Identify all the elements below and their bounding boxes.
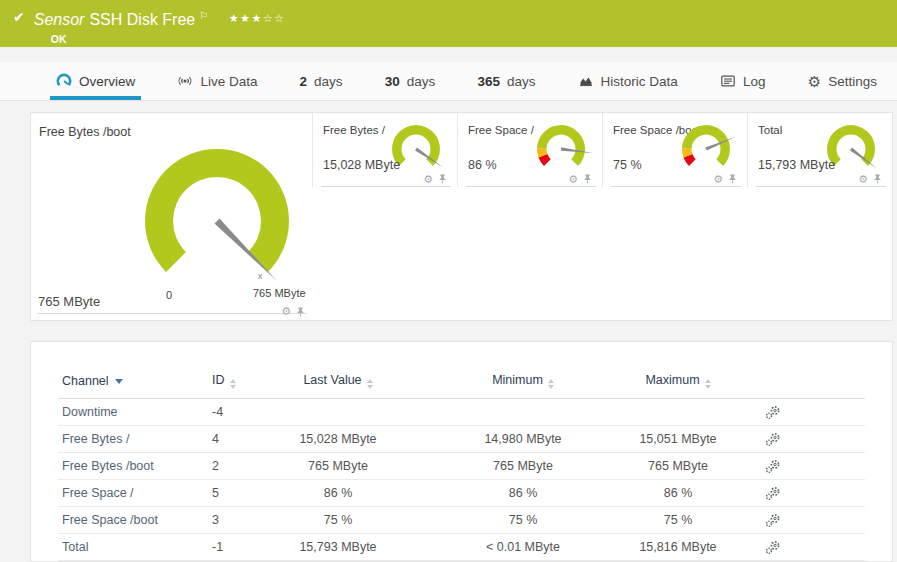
gauge-value: 15,028 MByte [323, 158, 400, 172]
channel-minimum: 14,980 MByte [413, 426, 633, 453]
channels-panel: Channel ID Last Value Minimum Maximum Do… [30, 341, 893, 562]
stars-filled[interactable]: ★★★ [229, 12, 263, 24]
channel-maximum: 765 MByte [633, 453, 723, 480]
gauge-icon [56, 73, 72, 89]
column-header-settings [723, 367, 823, 399]
channel-gear-icon[interactable]: ⚙ [713, 174, 723, 185]
channel-last-value: 15,028 MByte [263, 426, 413, 453]
row-spacer [823, 426, 865, 453]
priority-flag-icon[interactable]: ⚐ [199, 10, 208, 21]
sensor-header: ✔ SensorSSH Disk Free⚐ ★★★☆☆ OK [0, 0, 897, 47]
row-spacer [823, 480, 865, 507]
column-header-last-value[interactable]: Last Value [263, 367, 413, 399]
channel-name: Free Space /boot [58, 507, 208, 534]
channel-maximum: 75 % [633, 507, 723, 534]
table-row: Free Space / 5 86 % 86 % 86 % [58, 480, 865, 507]
tab-overview[interactable]: Overview [50, 62, 141, 100]
gauge-footer-icons: ⚙ [713, 173, 738, 185]
channel-name: Total [58, 534, 208, 561]
gauge-title: Free Bytes / [323, 124, 385, 136]
channel-settings-icon[interactable] [765, 459, 782, 474]
channel-name: Free Bytes /boot [58, 453, 208, 480]
channel-last-value [263, 399, 413, 426]
row-spacer [823, 534, 865, 561]
row-spacer [823, 399, 865, 426]
channel-last-value: 75 % [263, 507, 413, 534]
tab-bar: Overview Live Data 2 days 30 days 365 da… [0, 62, 897, 101]
tab-365-days[interactable]: 365 days [471, 62, 541, 100]
tab-2-days[interactable]: 2 days [294, 62, 349, 100]
tab-settings[interactable]: ⚙ Settings [802, 62, 883, 100]
pin-icon[interactable] [437, 173, 448, 185]
channel-settings-icon[interactable] [765, 486, 782, 501]
gauge-footer-icons: ⚙ [423, 173, 448, 185]
pin-icon[interactable] [295, 306, 306, 318]
column-header-id[interactable]: ID [208, 367, 263, 399]
mini-gauge-section-free-space-boot: Free Space /boot 75 % ⚙ [602, 113, 747, 187]
gauge-footer-icons: ⚙ [858, 173, 883, 185]
log-list-icon [720, 73, 736, 89]
sort-desc-icon [115, 379, 123, 384]
tab-30-days[interactable]: 30 days [379, 62, 442, 100]
pin-icon[interactable] [727, 173, 738, 185]
column-header-spacer [823, 367, 865, 399]
tab-label: Settings [828, 74, 877, 89]
tab-log[interactable]: Log [714, 62, 772, 100]
channel-settings-icon[interactable] [765, 513, 782, 528]
sensor-title: SSH Disk Free [89, 11, 195, 28]
priority-stars[interactable]: ★★★☆☆ [229, 12, 286, 24]
tab-label: Log [743, 74, 766, 89]
channel-minimum: 75 % [413, 507, 633, 534]
tab-number: 30 [385, 74, 400, 89]
channel-name: Downtime [58, 399, 208, 426]
channel-gear-icon[interactable]: ⚙ [858, 174, 868, 185]
gauge-value: 75 % [613, 158, 642, 172]
channel-maximum: 86 % [633, 480, 723, 507]
channel-gear-icon[interactable]: ⚙ [281, 306, 291, 317]
tab-label: days [407, 74, 436, 89]
pin-icon[interactable] [582, 173, 593, 185]
stars-empty[interactable]: ☆☆ [263, 12, 286, 24]
tab-number: 365 [477, 74, 500, 89]
channel-settings-icon[interactable] [765, 432, 782, 447]
gauge-footer-icons: ⚙ [281, 306, 306, 318]
tab-label: days [507, 74, 536, 89]
gauge-title: Total [758, 124, 782, 136]
mini-gauge-section-free-bytes-root: Free Bytes / 15,028 MByte ⚙ [312, 113, 457, 187]
mini-gauge [530, 122, 598, 178]
gauge-footer: ⚙ [38, 301, 306, 314]
gauge-axis-max: 765 MByte [253, 287, 306, 299]
table-row: Total -1 15,793 MByte < 0.01 MByte 15,81… [58, 534, 865, 561]
column-header-channel[interactable]: Channel [58, 367, 208, 399]
channel-maximum: 15,816 MByte [633, 534, 723, 561]
column-header-minimum[interactable]: Minimum [413, 367, 633, 399]
column-header-maximum[interactable]: Maximum [633, 367, 723, 399]
channel-maximum [633, 399, 723, 426]
channel-id: 3 [208, 507, 263, 534]
channel-gear-icon[interactable]: ⚙ [568, 174, 578, 185]
sensor-title-row: SensorSSH Disk Free⚐ ★★★☆☆ [34, 7, 286, 29]
mini-gauge-section-total: Total 15,793 MByte ⚙ [747, 113, 892, 187]
primary-gauge [122, 141, 312, 293]
area-chart-icon [578, 73, 594, 89]
channel-id: 5 [208, 480, 263, 507]
channel-id: 2 [208, 453, 263, 480]
table-row: Free Bytes / 4 15,028 MByte 14,980 MByte… [58, 426, 865, 453]
channel-settings-icon[interactable] [765, 405, 782, 420]
gauge-footer-icons: ⚙ [568, 173, 593, 185]
channel-maximum: 15,051 MByte [633, 426, 723, 453]
channel-minimum: 765 MByte [413, 453, 633, 480]
pin-icon[interactable] [872, 173, 883, 185]
gauge-title: Free Space / [468, 124, 534, 136]
channel-last-value: 86 % [263, 480, 413, 507]
channel-id: -1 [208, 534, 263, 561]
channel-settings-icon[interactable] [765, 540, 782, 555]
gear-icon: ⚙ [808, 74, 821, 89]
tab-label: Live Data [200, 74, 257, 89]
tab-label: days [314, 74, 343, 89]
tab-historic-data[interactable]: Historic Data [572, 62, 684, 100]
channel-gear-icon[interactable]: ⚙ [423, 174, 433, 185]
tab-label: Historic Data [601, 74, 678, 89]
tab-live-data[interactable]: Live Data [171, 62, 263, 100]
channel-minimum [413, 399, 633, 426]
